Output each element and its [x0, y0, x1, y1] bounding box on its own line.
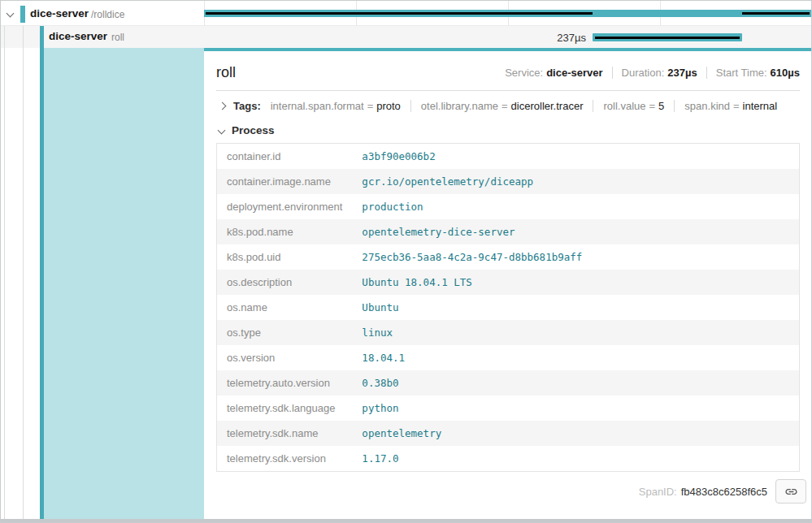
tag-key: internal.span.format — [271, 100, 364, 112]
process-key: deployment.environment — [217, 194, 353, 219]
process-key: telemetry.sdk.version — [217, 446, 353, 472]
process-key: container.id — [217, 144, 353, 170]
table-row: container.image.namegcr.io/opentelemetry… — [217, 169, 800, 194]
process-value: python — [352, 395, 799, 421]
chevron-right-icon — [219, 102, 227, 110]
tags-section-toggle[interactable]: Tags: internal.span.format=proto otel.li… — [216, 91, 800, 118]
overview-separator — [612, 67, 613, 79]
start-time-value: 610µs — [771, 67, 800, 79]
table-row: os.typelinux — [217, 320, 800, 345]
span-bar-roll[interactable] — [593, 33, 742, 41]
selected-span-rail — [44, 48, 204, 519]
table-row: os.descriptionUbuntu 18.04.1 LTS — [217, 270, 800, 295]
process-value: opentelemetry — [352, 421, 799, 446]
table-row: k8s.pod.uid275ecb36-5aa8-4c2a-9c47-d8bb6… — [217, 244, 800, 270]
tag-item: roll.value=5 — [603, 100, 664, 112]
tags-label: Tags: — [233, 100, 261, 112]
span-service-name[interactable]: dice-server — [30, 7, 89, 19]
process-key: telemetry.sdk.language — [217, 395, 353, 421]
process-key: os.version — [217, 345, 353, 370]
tag-value: diceroller.tracer — [511, 100, 584, 112]
process-key: os.description — [217, 270, 353, 295]
process-key-value-table: container.ida3bf90e006b2 container.image… — [216, 143, 800, 472]
process-key: k8s.pod.name — [217, 219, 353, 244]
process-value: Ubuntu 18.04.1 LTS — [352, 270, 799, 295]
span-id-label: SpanID: — [639, 486, 677, 498]
process-key: os.type — [217, 320, 353, 345]
span-operation-name[interactable]: roll — [111, 32, 124, 43]
table-row: k8s.pod.nameopentelemetry-dice-server — [217, 219, 800, 244]
process-value: a3bf90e006b2 — [352, 144, 799, 170]
tag-key: roll.value — [603, 100, 645, 112]
tag-value: 5 — [658, 100, 664, 112]
bottom-scrollbar[interactable] — [1, 519, 811, 523]
table-row: telemetry.sdk.version1.17.0 — [217, 446, 800, 472]
process-value: 275ecb36-5aa8-4c2a-9c47-d8bb681b9aff — [352, 244, 799, 270]
tag-separator — [593, 100, 593, 112]
tag-item: otel.library.name=diceroller.tracer — [421, 100, 584, 112]
span-bar-segment — [742, 12, 810, 15]
table-row: telemetry.sdk.nameopentelemetry — [217, 421, 800, 446]
process-key: container.image.name — [217, 169, 353, 194]
process-value: production — [352, 194, 799, 219]
span-bar-segment — [595, 37, 740, 39]
process-key: telemetry.auto.version — [217, 370, 353, 395]
tag-item: internal.span.format=proto — [271, 100, 401, 112]
process-value: Ubuntu — [352, 295, 799, 320]
service-value: dice-server — [546, 67, 602, 79]
process-value: 18.04.1 — [352, 345, 799, 370]
process-value: opentelemetry-dice-server — [352, 219, 799, 244]
tag-separator — [410, 100, 411, 112]
process-key: telemetry.sdk.name — [217, 421, 353, 446]
overview-separator — [706, 67, 707, 79]
table-row: telemetry.auto.version0.38b0 — [217, 370, 800, 395]
process-value: gcr.io/opentelemetry/diceapp — [352, 169, 799, 194]
tree-guide-line — [4, 26, 5, 519]
process-key: os.name — [217, 295, 353, 320]
span-service-name[interactable]: dice-server — [49, 30, 107, 42]
span-operation-name[interactable]: /rolldice — [91, 9, 124, 20]
tag-item: span.kind=internal — [684, 100, 777, 112]
span-color-stripe — [20, 6, 25, 23]
process-label: Process — [232, 124, 275, 136]
table-row: os.version18.04.1 — [217, 345, 800, 370]
tag-value: internal — [743, 100, 778, 112]
tag-value: proto — [376, 100, 401, 112]
copy-span-link-button[interactable] — [775, 479, 806, 504]
span-overview: Service: dice-server Duration: 237µs Sta… — [505, 67, 800, 79]
chevron-down-icon — [218, 127, 226, 135]
service-label: Service: — [505, 67, 543, 79]
equals-sign: = — [730, 100, 743, 112]
jaeger-trace-detail-view: dice-server /rolldice dice-server roll 2… — [0, 0, 812, 523]
equals-sign: = — [498, 100, 511, 112]
equals-sign: = — [364, 100, 377, 112]
process-value: 0.38b0 — [352, 370, 799, 395]
span-title: roll — [216, 64, 236, 81]
table-row: telemetry.sdk.languagepython — [217, 395, 800, 421]
process-value: linux — [352, 320, 799, 345]
tree-guide-line — [23, 26, 24, 519]
tag-key: otel.library.name — [421, 100, 498, 112]
table-row: deployment.environmentproduction — [217, 194, 800, 219]
span-detail-panel: roll Service: dice-server Duration: 237µ… — [205, 51, 811, 519]
tag-key: span.kind — [684, 100, 730, 112]
link-icon — [784, 485, 798, 499]
equals-sign: = — [646, 100, 659, 112]
span-id-value: fb483c8c6258f6c5 — [681, 486, 767, 498]
chevron-down-icon[interactable] — [7, 10, 15, 18]
span-bar-rolldice[interactable] — [204, 10, 811, 17]
table-row: container.ida3bf90e006b2 — [217, 144, 800, 170]
process-section-toggle[interactable]: Process — [216, 118, 800, 143]
table-row: os.nameUbuntu — [217, 295, 800, 320]
process-value: 1.17.0 — [352, 446, 799, 472]
duration-value: 237µs — [667, 67, 697, 79]
span-duration-label: 237µs — [505, 32, 586, 44]
process-key: k8s.pod.uid — [217, 244, 353, 270]
tag-separator — [674, 100, 675, 112]
span-detail-header: roll Service: dice-server Duration: 237µ… — [216, 51, 800, 90]
duration-label: Duration: — [622, 67, 665, 79]
start-time-label: Start Time: — [716, 67, 767, 79]
span-bar-segment — [206, 12, 593, 15]
span-detail-footer: SpanID: fb483c8c6258f6c5 — [216, 472, 806, 511]
